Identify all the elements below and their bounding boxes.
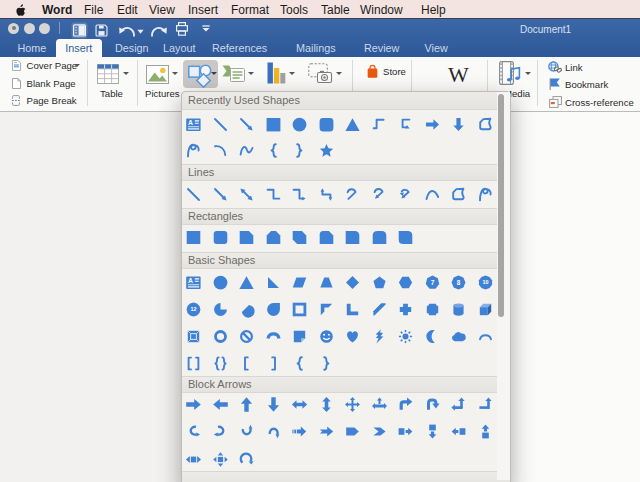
svg-text:7: 7 — [431, 278, 435, 285]
svg-text:A: A — [188, 119, 193, 126]
svg-text:10: 10 — [482, 279, 488, 285]
svg-text:8: 8 — [457, 278, 461, 285]
svg-text:12: 12 — [191, 306, 197, 312]
svg-text:A: A — [188, 277, 193, 284]
